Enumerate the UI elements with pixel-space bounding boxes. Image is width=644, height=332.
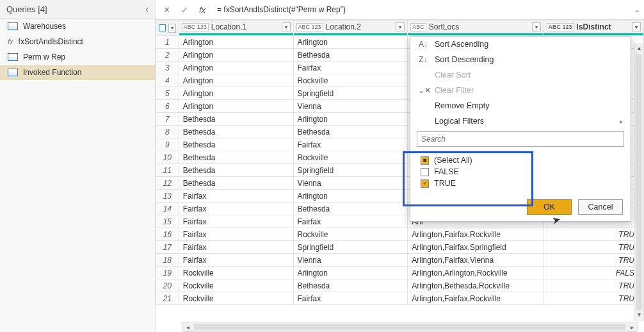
row-number-cell[interactable]: 9	[156, 138, 179, 151]
filter-option-false[interactable]: FALSE	[421, 166, 620, 178]
row-number-cell[interactable]: 11	[156, 164, 179, 177]
sort-descending-item[interactable]: Z↓ Sort Descending	[410, 52, 631, 67]
row-number-cell[interactable]: 18	[156, 254, 179, 267]
cell-location1[interactable]: Rockville	[179, 279, 293, 292]
table-row[interactable]: 21RockvilleFairfaxArlington,Fairfax,Rock…	[156, 292, 644, 305]
cell-location2[interactable]: Fairfax	[293, 62, 408, 74]
checkbox-checked-icon[interactable]: ✓	[421, 179, 429, 188]
ok-button[interactable]: OK	[527, 199, 572, 215]
cell-location2[interactable]: Arlington	[293, 113, 408, 126]
cell-location1[interactable]: Bethesda	[179, 151, 293, 164]
query-item-perm-w-rep[interactable]: Perm w Rep	[0, 49, 155, 65]
cell-location1[interactable]: Arlington	[179, 87, 293, 100]
row-number-cell[interactable]: 15	[156, 215, 179, 228]
row-number-cell[interactable]: 7	[156, 113, 179, 126]
cell-location2[interactable]: Bethesda	[293, 279, 408, 292]
row-number-cell[interactable]: 12	[156, 177, 179, 190]
cell-isdistinct[interactable]: TRUE	[543, 228, 643, 241]
row-number-cell[interactable]: 19	[156, 267, 179, 279]
remove-empty-item[interactable]: Remove Empty	[410, 98, 631, 113]
cell-isdistinct[interactable]: TRUE	[543, 254, 643, 267]
checkbox-unchecked-icon[interactable]	[421, 168, 429, 176]
table-row[interactable]: 17FairfaxSpringfieldArlington,Fairfax,Sp…	[156, 241, 644, 254]
cell-location1[interactable]: Bethesda	[179, 164, 293, 177]
col-header-sortlocs[interactable]: ABC SortLocs ▾	[408, 21, 543, 36]
row-number-cell[interactable]: 10	[156, 151, 179, 164]
query-item-fxsortandisdistinct[interactable]: fxfxSortAndIsDistinct	[0, 34, 155, 49]
cell-sortlocs[interactable]: Arlington,Fairfax,Rockville	[408, 292, 543, 305]
cell-location1[interactable]: Arlington	[179, 62, 293, 74]
row-number-cell[interactable]: 14	[156, 203, 179, 215]
scroll-thumb[interactable]	[194, 324, 625, 330]
table-row[interactable]: 20RockvilleBethesdaArlington,Bethesda,Ro…	[156, 279, 644, 292]
cell-location2[interactable]: Bethesda	[293, 203, 408, 215]
scroll-up-icon[interactable]: ▴	[638, 44, 641, 53]
scroll-right-icon[interactable]: ▸	[627, 324, 637, 331]
cell-location1[interactable]: Fairfax	[179, 190, 293, 203]
cell-location2[interactable]: Bethesda	[293, 49, 408, 62]
cell-location1[interactable]: Arlington	[179, 100, 293, 113]
cell-location2[interactable]: Fairfax	[293, 138, 408, 151]
cell-location2[interactable]: Arlington	[293, 36, 408, 49]
query-item-invoked-function[interactable]: Invoked Function	[0, 65, 155, 80]
table-row[interactable]: 16FairfaxRockvilleArlington,Fairfax,Rock…	[156, 228, 644, 241]
cell-location1[interactable]: Arlington	[179, 49, 293, 62]
cell-location2[interactable]: Vienna	[293, 177, 408, 190]
cell-location2[interactable]: Rockville	[293, 228, 408, 241]
formula-commit-icon[interactable]: ✓	[177, 3, 191, 17]
vertical-scrollbar[interactable]: ▴ ▾	[634, 44, 644, 320]
col-header-location2[interactable]: ABC 123 Location.2 ▾	[293, 21, 408, 36]
filter-select-all[interactable]: ■ (Select All)	[421, 154, 620, 166]
cell-location1[interactable]: Arlington	[179, 36, 293, 49]
filter-option-true[interactable]: ✓ TRUE	[421, 178, 620, 189]
cell-location1[interactable]: Fairfax	[179, 241, 293, 254]
cell-sortlocs[interactable]: Arlington,Arlington,Rockville	[408, 267, 543, 279]
checkbox-indeterminate-icon[interactable]: ■	[421, 156, 429, 165]
cell-location2[interactable]: Springfield	[293, 241, 408, 254]
col-header-isdistinct[interactable]: ABC 123 IsDistinct ▾	[543, 21, 643, 36]
col-filter-caret[interactable]: ▾	[396, 22, 405, 31]
cell-location1[interactable]: Bethesda	[179, 138, 293, 151]
cell-location1[interactable]: Bethesda	[179, 126, 293, 138]
table-row[interactable]: 18FairfaxViennaArlington,Fairfax,ViennaT…	[156, 254, 644, 267]
cell-location1[interactable]: Rockville	[179, 267, 293, 279]
row-number-cell[interactable]: 1	[156, 36, 179, 49]
cell-location1[interactable]: Arlington	[179, 74, 293, 87]
cancel-button[interactable]: Cancel	[578, 199, 623, 215]
cell-location2[interactable]: Arlington	[293, 190, 408, 203]
horizontal-scrollbar[interactable]: ◂ ▸	[182, 322, 638, 332]
collapse-pane-icon[interactable]: ‹	[145, 4, 149, 14]
cell-location2[interactable]: Springfield	[293, 87, 408, 100]
cell-location2[interactable]: Springfield	[293, 164, 408, 177]
row-number-cell[interactable]: 21	[156, 292, 179, 305]
row-number-cell[interactable]: 4	[156, 74, 179, 87]
cell-isdistinct[interactable]: TRUE	[543, 279, 643, 292]
col-filter-caret[interactable]: ▾	[282, 22, 291, 31]
filter-search-input[interactable]	[417, 131, 624, 147]
cell-location2[interactable]: Fairfax	[293, 292, 408, 305]
col-filter-caret[interactable]: ▾	[632, 22, 641, 31]
row-number-cell[interactable]: 5	[156, 87, 179, 100]
table-row[interactable]: 19RockvilleArlingtonArlington,Arlington,…	[156, 267, 644, 279]
scroll-thumb[interactable]	[636, 54, 642, 310]
cell-location1[interactable]: Bethesda	[179, 177, 293, 190]
cell-location2[interactable]: Rockville	[293, 151, 408, 164]
sort-ascending-item[interactable]: A↓ Sort Ascending	[410, 37, 631, 52]
cell-location2[interactable]: Fairfax	[293, 215, 408, 228]
formula-expand-icon[interactable]: ⌄	[634, 5, 640, 14]
cell-location1[interactable]: Bethesda	[179, 113, 293, 126]
cell-isdistinct[interactable]: FALSE	[543, 267, 643, 279]
row-number-cell[interactable]: 20	[156, 279, 179, 292]
table-menu-caret[interactable]: ▾	[168, 24, 175, 33]
cell-sortlocs[interactable]: Arlington,Fairfax,Rockville	[408, 228, 543, 241]
row-index-header[interactable]: ▾	[156, 21, 179, 36]
row-number-cell[interactable]: 3	[156, 62, 179, 74]
cell-location2[interactable]: Vienna	[293, 100, 408, 113]
formula-input[interactable]	[213, 3, 640, 17]
cell-isdistinct[interactable]: TRUE	[543, 241, 643, 254]
cell-isdistinct[interactable]: TRUE	[543, 292, 643, 305]
cell-location1[interactable]: Fairfax	[179, 203, 293, 215]
cell-location1[interactable]: Fairfax	[179, 254, 293, 267]
logical-filters-item[interactable]: Logical Filters ▸	[410, 113, 631, 129]
cell-location2[interactable]: Bethesda	[293, 126, 408, 138]
